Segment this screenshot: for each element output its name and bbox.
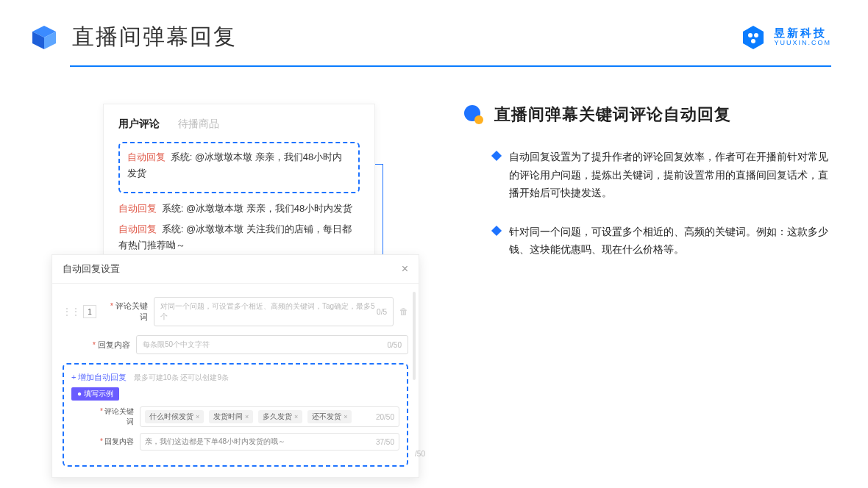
brand-name-en: YUUXIN.COM	[774, 40, 831, 47]
outside-count: /50	[415, 450, 425, 458]
keyword-tag[interactable]: 还不发货×	[307, 410, 352, 423]
keyword-tag[interactable]: 多久发货×	[258, 410, 302, 423]
tab-pending-products[interactable]: 待播商品	[178, 118, 219, 131]
content-area: 用户评论 待播商品 自动回复 系统: @冰墩墩本墩 亲亲，我们48小时内发货 自…	[0, 67, 868, 471]
brand-logo: 昱新科技 YUUXIN.COM	[740, 24, 831, 51]
keyword-placeholder: 对同一个问题，可设置多个相近、高频的关键词，Tag确定，最多5个	[160, 301, 377, 322]
comment-tabs: 用户评论 待播商品	[118, 118, 360, 131]
auto-reply-label: 自动回复	[118, 203, 157, 214]
keyword-input[interactable]: 对同一个问题，可设置多个相近、高频的关键词，Tag确定，最多5个 0/5	[154, 297, 394, 326]
tag-remove-icon: ×	[245, 413, 249, 420]
highlighted-comment: 自动回复 系统: @冰墩墩本墩 亲亲，我们48小时内发货	[118, 142, 360, 193]
comment-line: 自动回复 系统: @冰墩墩本墩 亲亲，我们48小时内发货	[127, 149, 351, 182]
example-content-value: 亲，我们这边都是下单48小时内发货的哦～	[145, 437, 285, 447]
bullet-text: 自动回复设置为了提升作者的评论回复效率，作者可在开播前针对常见的评论用户问题，提…	[509, 148, 831, 202]
diamond-icon	[491, 225, 502, 235]
content-count: 0/50	[388, 341, 402, 349]
svg-point-4	[754, 33, 758, 37]
dialog-header: 自动回复设置 ×	[52, 255, 419, 284]
dialog-body: ⋮⋮ 1 *评论关键词 对同一个问题，可设置多个相近、高频的关键词，Tag确定，…	[52, 284, 419, 477]
tag-remove-icon: ×	[196, 413, 199, 420]
keyword-tag[interactable]: 什么时候发货×	[145, 410, 204, 423]
content-label: *回复内容	[86, 340, 130, 351]
row-index: 1	[83, 305, 96, 318]
screenshot-column: 用户评论 待播商品 自动回复 系统: @冰墩墩本墩 亲亲，我们48小时内发货 自…	[51, 104, 419, 471]
add-auto-reply-row: + 增加自动回复 最多可建10条 还可以创建9条	[71, 372, 399, 383]
keyword-row: ⋮⋮ 1 *评论关键词 对同一个问题，可设置多个相近、高频的关键词，Tag确定，…	[63, 297, 408, 326]
page-header: 直播间弹幕回复 昱新科技 YUUXIN.COM	[0, 0, 868, 60]
auto-reply-label: 自动回复	[127, 151, 166, 162]
auto-reply-label: 自动回复	[118, 223, 157, 234]
brand-text: 昱新科技 YUUXIN.COM	[774, 27, 831, 46]
svg-point-5	[751, 39, 755, 43]
brand-name-cn: 昱新科技	[774, 27, 831, 40]
page-title: 直播间弹幕回复	[72, 22, 237, 52]
add-auto-reply-link[interactable]: + 增加自动回复	[71, 373, 127, 381]
brand-icon	[740, 24, 766, 51]
tag-remove-icon: ×	[344, 413, 347, 420]
connector-line	[375, 164, 383, 165]
example-content-label: *回复内容	[93, 437, 134, 447]
bubble-icon	[463, 104, 484, 125]
system-label: 系统:	[162, 203, 184, 214]
diamond-icon	[491, 151, 502, 161]
example-block: + 增加自动回复 最多可建10条 还可以创建9条 ● 填写示例 *评论关键词 什…	[63, 363, 408, 467]
content-input[interactable]: 每条限50个中文字符 0/50	[136, 335, 408, 354]
system-label: 系统:	[171, 151, 193, 162]
scrollbar[interactable]	[413, 292, 416, 380]
tag-remove-icon: ×	[294, 413, 298, 420]
example-keyword-row: *评论关键词 什么时候发货× 发货时间× 多久发货× 还不发货× 20/50	[71, 406, 399, 427]
keyword-label: *评论关键词	[104, 301, 148, 323]
section-heading: 直播间弹幕关键词评论自动回复	[463, 104, 831, 126]
dialog-title: 自动回复设置	[63, 262, 120, 276]
bullet-item: 针对同一个问题，可设置多个相近的、高频的关键词。例如：这款多少钱、这块能优惠吗、…	[463, 223, 831, 259]
keyword-count: 0/5	[377, 308, 387, 316]
tab-user-comments[interactable]: 用户评论	[118, 118, 160, 131]
auto-reply-settings-dialog: 自动回复设置 × ⋮⋮ 1 *评论关键词 对同一个问题，可设置多个相近、高频的关…	[51, 254, 419, 478]
section-title: 直播间弹幕关键词评论自动回复	[494, 104, 731, 126]
header-left: 直播间弹幕回复	[29, 22, 237, 52]
example-keyword-label: *评论关键词	[93, 406, 134, 427]
example-badge: ● 填写示例	[71, 387, 119, 401]
bullet-text: 针对同一个问题，可设置多个相近的、高频的关键词。例如：这款多少钱、这块能优惠吗、…	[509, 223, 831, 259]
keyword-tag[interactable]: 发货时间×	[209, 410, 253, 423]
comment-line: 自动回复 系统: @冰墩墩本墩 亲亲，我们48小时内发货	[118, 201, 360, 217]
system-label: 系统:	[162, 223, 184, 234]
comment-line: 自动回复 系统: @冰墩墩本墩 关注我们的店铺，每日都有热门推荐呦～	[118, 221, 360, 254]
tag-list: 什么时候发货× 发货时间× 多久发货× 还不发货×	[145, 410, 355, 423]
example-keyword-input[interactable]: 什么时候发货× 发货时间× 多久发货× 还不发货× 20/50	[140, 406, 399, 427]
example-keyword-count: 20/50	[376, 413, 394, 421]
example-content-input[interactable]: 亲，我们这边都是下单48小时内发货的哦～ 37/50	[140, 433, 399, 451]
example-content-row: *回复内容 亲，我们这边都是下单48小时内发货的哦～ 37/50	[71, 433, 399, 451]
description-column: 直播间弹幕关键词评论自动回复 自动回复设置为了提升作者的评论回复效率，作者可在开…	[463, 104, 831, 471]
delete-icon[interactable]: 🗑	[399, 306, 408, 317]
content-placeholder: 每条限50个中文字符	[143, 340, 210, 350]
example-content-count: 37/50	[376, 438, 394, 446]
content-row: *回复内容 每条限50个中文字符 0/50	[63, 335, 408, 354]
add-note: 最多可建10条 还可以创建9条	[134, 373, 229, 381]
svg-point-3	[748, 33, 753, 37]
svg-point-7	[474, 115, 483, 124]
comments-panel: 用户评论 待播商品 自动回复 系统: @冰墩墩本墩 亲亲，我们48小时内发货 自…	[103, 104, 375, 275]
comment-text: @冰墩墩本墩 亲亲，我们48小时内发货	[186, 203, 352, 214]
cube-icon	[29, 23, 59, 52]
close-icon[interactable]: ×	[402, 262, 408, 276]
bullet-item: 自动回复设置为了提升作者的评论回复效率，作者可在开播前针对常见的评论用户问题，提…	[463, 148, 831, 202]
drag-handle-icon[interactable]: ⋮⋮	[63, 306, 80, 317]
